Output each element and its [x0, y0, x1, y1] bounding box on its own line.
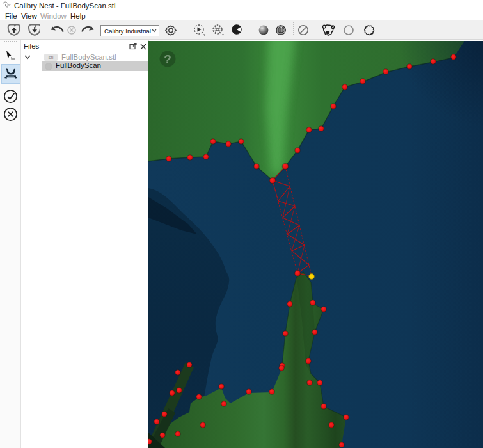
svg-text:?: ?: [164, 52, 171, 66]
